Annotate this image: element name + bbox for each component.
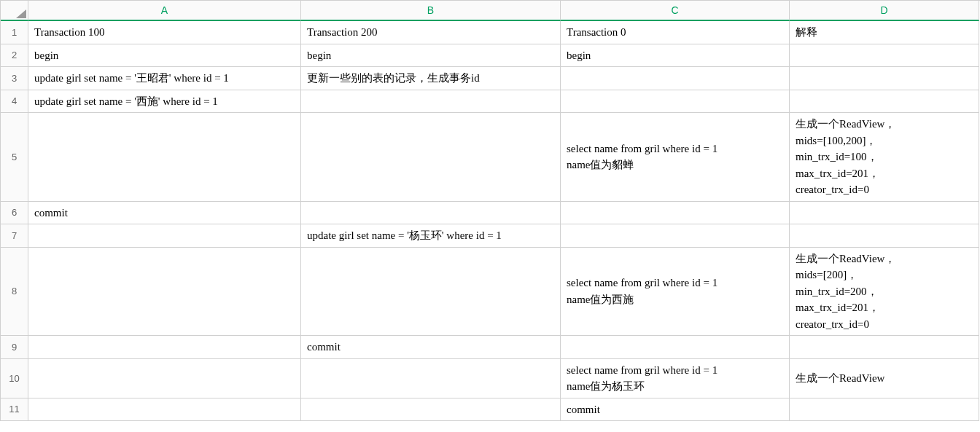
cell-C2[interactable]: begin <box>561 44 790 68</box>
cell-A8[interactable] <box>28 248 301 337</box>
cell-C1[interactable]: Transaction 0 <box>561 21 790 44</box>
column-header-C[interactable]: C <box>561 1 790 21</box>
cell-B5[interactable] <box>301 113 561 202</box>
cell-D10[interactable]: 生成一个ReadView <box>790 359 979 398</box>
cell-A6[interactable]: commit <box>28 202 301 225</box>
cell-C7[interactable] <box>561 224 790 248</box>
cell-B6[interactable] <box>301 202 561 225</box>
cell-B11[interactable] <box>301 398 561 422</box>
cell-A9[interactable] <box>28 336 301 359</box>
cell-D6[interactable] <box>790 202 979 225</box>
row-header-3[interactable]: 3 <box>1 67 28 90</box>
cell-C3[interactable] <box>561 67 790 90</box>
row-header-2[interactable]: 2 <box>1 44 28 68</box>
cell-C10[interactable]: select name from gril where id = 1 name值… <box>561 359 790 398</box>
cell-A4[interactable]: update girl set name = '西施' where id = 1 <box>28 90 301 114</box>
cell-C11[interactable]: commit <box>561 398 790 422</box>
select-all-corner[interactable] <box>1 1 28 21</box>
cell-C5[interactable]: select name from gril where id = 1 name值… <box>561 113 790 202</box>
row-header-7[interactable]: 7 <box>1 224 28 248</box>
spreadsheet-grid: A B C D 1 Transaction 100 Transaction 20… <box>0 0 980 421</box>
cell-C9[interactable] <box>561 336 790 359</box>
row-header-10[interactable]: 10 <box>1 359 28 398</box>
cell-A2[interactable]: begin <box>28 44 301 68</box>
cell-D4[interactable] <box>790 90 979 114</box>
cell-B8[interactable] <box>301 248 561 337</box>
cell-A1[interactable]: Transaction 100 <box>28 21 301 44</box>
column-header-D[interactable]: D <box>790 1 979 21</box>
cell-A7[interactable] <box>28 224 301 248</box>
cell-A10[interactable] <box>28 359 301 398</box>
cell-D1[interactable]: 解释 <box>790 21 979 44</box>
cell-B1[interactable]: Transaction 200 <box>301 21 561 44</box>
cell-D7[interactable] <box>790 224 979 248</box>
cell-B4[interactable] <box>301 90 561 114</box>
cell-C8[interactable]: select name from gril where id = 1 name值… <box>561 248 790 337</box>
cell-D5[interactable]: 生成一个ReadView， mids=[100,200]， min_trx_id… <box>790 113 979 202</box>
row-header-4[interactable]: 4 <box>1 90 28 114</box>
cell-C6[interactable] <box>561 202 790 225</box>
cell-A5[interactable] <box>28 113 301 202</box>
row-header-8[interactable]: 8 <box>1 248 28 337</box>
column-header-A[interactable]: A <box>28 1 301 21</box>
row-header-1[interactable]: 1 <box>1 21 28 44</box>
cell-B10[interactable] <box>301 359 561 398</box>
row-header-6[interactable]: 6 <box>1 202 28 225</box>
cell-C4[interactable] <box>561 90 790 114</box>
cell-B3[interactable]: 更新一些别的表的记录，生成事务id <box>301 67 561 90</box>
cell-D2[interactable] <box>790 44 979 68</box>
row-header-9[interactable]: 9 <box>1 336 28 359</box>
cell-A3[interactable]: update girl set name = '王昭君' where id = … <box>28 67 301 90</box>
cell-D3[interactable] <box>790 67 979 90</box>
cell-B2[interactable]: begin <box>301 44 561 68</box>
row-header-5[interactable]: 5 <box>1 113 28 202</box>
cell-B7[interactable]: update girl set name = '杨玉环' where id = … <box>301 224 561 248</box>
cell-D9[interactable] <box>790 336 979 359</box>
column-header-B[interactable]: B <box>301 1 561 21</box>
cell-B9[interactable]: commit <box>301 336 561 359</box>
select-all-triangle-icon <box>16 9 26 18</box>
cell-A11[interactable] <box>28 398 301 422</box>
cell-D8[interactable]: 生成一个ReadView， mids=[200]， min_trx_id=200… <box>790 248 979 337</box>
cell-D11[interactable] <box>790 398 979 422</box>
row-header-11[interactable]: 11 <box>1 398 28 422</box>
